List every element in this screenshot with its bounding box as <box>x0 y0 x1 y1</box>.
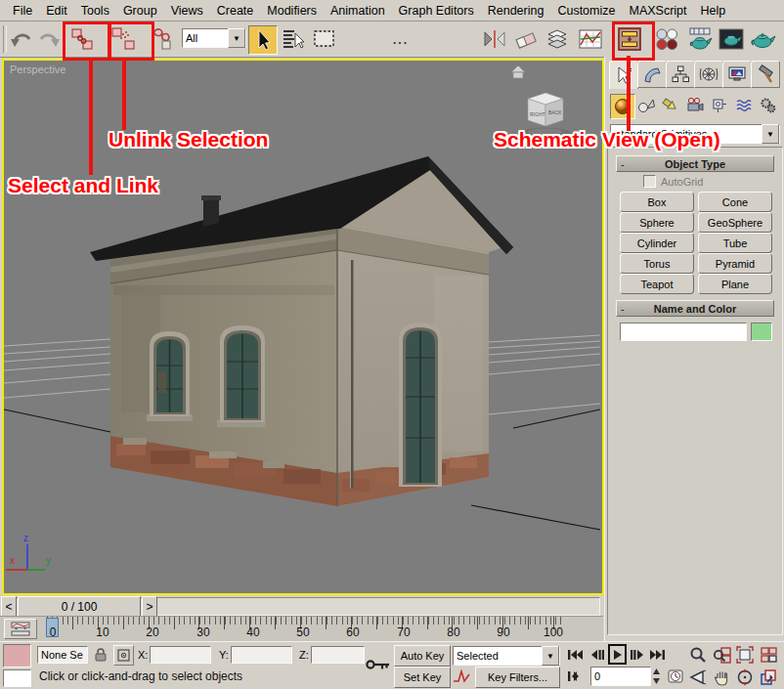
tab-modify[interactable] <box>637 61 667 88</box>
time-slider-next-button[interactable]: > <box>142 596 157 617</box>
track-selection-swatch[interactable] <box>3 644 31 667</box>
key-mode-toggle-button[interactable] <box>566 667 585 686</box>
object-type-cylinder[interactable]: Cylinder <box>620 233 694 253</box>
object-type-sphere[interactable]: Sphere <box>620 212 694 233</box>
viewcube-back-label[interactable]: BACK <box>548 109 562 115</box>
menu-file[interactable]: File <box>6 4 39 18</box>
create-shapes-button[interactable] <box>634 94 658 117</box>
menu-group[interactable]: Group <box>116 4 164 18</box>
set-key-button[interactable]: Set Key <box>394 667 451 688</box>
go-to-end-button[interactable] <box>648 645 667 665</box>
selection-set-dropdown[interactable]: Selected ▼ <box>453 646 560 666</box>
toolbar-overflow[interactable]: ... <box>393 33 409 47</box>
menu-modifiers[interactable]: Modifiers <box>260 4 324 18</box>
object-type-pyramid[interactable]: Pyramid <box>698 253 772 274</box>
viewcube-home-icon[interactable] <box>511 65 525 72</box>
object-type-rollout-header[interactable]: - Object Type <box>616 155 774 172</box>
object-type-tube[interactable]: Tube <box>698 233 772 253</box>
undo-button[interactable] <box>8 25 35 53</box>
selection-filter-dropdown[interactable]: All ▼ <box>182 28 246 48</box>
category-dropdown-arrow-icon[interactable]: ▼ <box>762 124 779 144</box>
time-slider-handle[interactable]: 0 / 100 <box>18 596 141 617</box>
layer-manager-button[interactable] <box>544 25 571 53</box>
field-of-view-button[interactable] <box>687 667 709 688</box>
pan-view-button[interactable] <box>711 667 732 688</box>
next-frame-button[interactable] <box>629 645 647 665</box>
menu-edit[interactable]: Edit <box>39 4 74 18</box>
select-object-button[interactable] <box>248 25 278 55</box>
align-button[interactable] <box>512 25 540 53</box>
absolute-mode-transform-button[interactable] <box>113 645 134 666</box>
redo-button[interactable] <box>35 25 63 53</box>
create-helpers-button[interactable] <box>708 94 731 117</box>
collapse-toggle[interactable]: - <box>621 158 625 170</box>
current-frame-input[interactable]: 0 <box>590 667 651 686</box>
object-type-plane[interactable]: Plane <box>698 274 772 294</box>
auto-key-button[interactable]: Auto Key <box>394 645 451 667</box>
x-coord-input[interactable] <box>150 646 211 664</box>
zoom-extents-button[interactable] <box>734 644 756 666</box>
door-window[interactable] <box>399 323 442 487</box>
object-name-input[interactable] <box>620 323 747 341</box>
create-spacewarps-button[interactable] <box>732 94 756 117</box>
zoom-button[interactable] <box>687 644 709 666</box>
menu-help[interactable]: Help <box>694 4 733 18</box>
z-coord-input[interactable] <box>311 646 365 664</box>
mirror-button[interactable] <box>481 25 508 53</box>
frame-spinner[interactable] <box>651 667 662 686</box>
house-model[interactable] <box>90 156 513 506</box>
key-filters-button[interactable]: Key Filters... <box>475 667 560 688</box>
menu-animation[interactable]: Animation <box>324 4 392 18</box>
menu-tools[interactable]: Tools <box>74 4 116 18</box>
time-slider-prev-button[interactable]: < <box>1 596 17 617</box>
rectangular-selection-region-button[interactable] <box>311 25 338 53</box>
zoom-extents-all-button[interactable] <box>758 644 779 666</box>
previous-frame-button[interactable] <box>588 645 606 665</box>
arc-rotate-button[interactable] <box>734 667 756 688</box>
create-lights-button[interactable] <box>659 94 682 117</box>
rendered-frame-window-button[interactable] <box>718 25 745 53</box>
object-type-geosphere[interactable]: GeoSphere <box>698 212 772 233</box>
autogrid-checkbox[interactable] <box>643 175 656 188</box>
create-geometry-button[interactable] <box>610 94 635 119</box>
selection-lock-toggle[interactable] <box>92 646 109 664</box>
object-type-box[interactable]: Box <box>620 192 694 212</box>
go-to-start-button[interactable] <box>566 645 585 665</box>
object-type-cone[interactable]: Cone <box>698 192 772 212</box>
time-configuration-button[interactable] <box>666 667 684 686</box>
maximize-viewport-toggle-button[interactable] <box>758 667 779 688</box>
play-animation-button[interactable] <box>608 644 627 665</box>
menu-maxscript[interactable]: MAXScript <box>622 4 693 18</box>
name-and-color-rollout-header[interactable]: - Name and Color <box>616 300 774 317</box>
menu-create[interactable]: Create <box>210 4 261 18</box>
selection-filter-arrow-icon[interactable]: ▼ <box>228 28 245 48</box>
toolbar-handle[interactable] <box>3 25 7 53</box>
tab-utilities[interactable] <box>751 61 780 88</box>
mini-listener-field[interactable] <box>3 669 31 687</box>
render-production-button[interactable] <box>749 25 776 53</box>
track-bar[interactable]: 0 10 20 30 40 50 60 70 80 90 100 <box>0 616 603 642</box>
material-editor-button[interactable] <box>653 25 680 53</box>
menu-rendering[interactable]: Rendering <box>481 4 551 18</box>
set-key-filters-curve-button[interactable] <box>452 667 471 686</box>
object-type-torus[interactable]: Torus <box>620 253 694 274</box>
menu-graph-editors[interactable]: Graph Editors <box>392 4 481 18</box>
viewcube-right-label[interactable]: RIGHT <box>530 111 545 117</box>
create-cameras-button[interactable] <box>683 94 707 117</box>
menu-customize[interactable]: Customize <box>550 4 622 18</box>
selection-set-lock-field[interactable]: None Se <box>37 646 88 664</box>
object-type-teapot[interactable]: Teapot <box>620 274 694 294</box>
selection-set-arrow-icon[interactable]: ▼ <box>542 646 559 666</box>
zoom-all-button[interactable] <box>711 644 732 666</box>
mini-curve-editor-button[interactable] <box>4 619 37 639</box>
tab-hierarchy[interactable] <box>666 61 695 88</box>
tab-display[interactable] <box>722 61 752 88</box>
tab-create[interactable] <box>609 61 638 89</box>
y-coord-input[interactable] <box>231 646 292 664</box>
select-by-name-button[interactable] <box>280 25 307 53</box>
window-2[interactable] <box>217 325 266 427</box>
menu-views[interactable]: Views <box>164 4 210 18</box>
collapse-toggle-2[interactable]: - <box>621 303 625 315</box>
render-setup-button[interactable] <box>686 25 714 53</box>
window-1[interactable] <box>147 331 193 421</box>
